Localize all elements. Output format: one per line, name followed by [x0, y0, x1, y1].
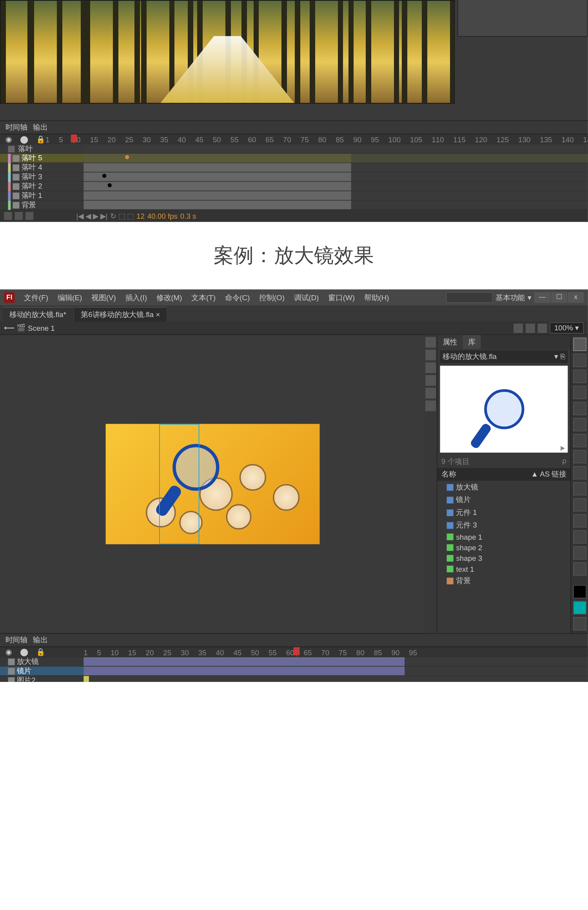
file-tab-1[interactable]: 移动的放大镜.fla* — [3, 307, 73, 322]
workspace-dropdown[interactable]: 基本功能 — [495, 292, 525, 303]
lib-item[interactable]: shape 1 — [437, 531, 570, 542]
selection-tool-icon[interactable] — [573, 338, 586, 351]
rectangle-tool-icon[interactable] — [573, 450, 586, 463]
lib-item[interactable]: 背景 — [437, 574, 570, 587]
search-input[interactable] — [446, 292, 493, 303]
lib-item[interactable]: 元件 3 — [437, 519, 570, 531]
scene-name[interactable]: Scene 1 — [28, 324, 55, 332]
layer-image2[interactable]: 图片2 — [0, 676, 83, 682]
playhead[interactable] — [296, 648, 297, 656]
timeline-layers: 落叶 落叶 5 落叶 4 落叶 3 落叶 2 落叶 1 背景 — [0, 144, 588, 210]
library-panel: 属性 库 移动的放大镜.fla▾ ⎘ ▶ 9 个项目 ρ 名称 ▲ AS 链接 … — [437, 335, 570, 633]
subselection-tool-icon[interactable] — [573, 353, 586, 367]
layer-folder[interactable]: 落叶 — [0, 144, 83, 153]
file-tab-2[interactable]: 第6讲移动的放大镜.fla × — [74, 307, 167, 322]
properties-tab[interactable]: 属性 — [437, 335, 463, 349]
panel-icon-4[interactable] — [425, 375, 436, 386]
fps: 40.00 fps — [147, 212, 178, 220]
hand-tool-icon[interactable] — [573, 546, 586, 560]
panel-icon-1[interactable] — [425, 337, 436, 348]
edit-symbol-icon[interactable] — [526, 323, 535, 333]
pencil-tool-icon[interactable] — [573, 466, 586, 479]
panel-icon-6[interactable] — [425, 401, 436, 411]
maximize-button[interactable]: ☐ — [551, 292, 567, 303]
library-list: 放大镜 镜片 元件 1 元件 3 shape 1 shape 2 shape 3… — [437, 481, 570, 587]
tools-panel — [570, 335, 588, 633]
minimize-button[interactable]: — — [534, 292, 550, 303]
lib-item[interactable]: text 1 — [437, 564, 570, 574]
output-tab[interactable]: 输出 — [33, 636, 48, 644]
lib-item[interactable]: shape 2 — [437, 542, 570, 553]
app-magnifier: Fl 文件(F) 编辑(E) 视图(V) 插入(I) 修改(M) 文本(T) 命… — [0, 290, 588, 682]
layer-leaf2[interactable]: 落叶 2 — [0, 182, 83, 190]
canvas[interactable] — [0, 335, 425, 633]
timeline-header: ◉⬤🔒 151015202530354045505560657075808590… — [0, 134, 588, 144]
new-folder-icon[interactable] — [15, 212, 23, 220]
menu-view[interactable]: 视图(V) — [87, 291, 120, 304]
output-tab[interactable]: 输出 — [33, 123, 48, 131]
fit-icon[interactable] — [537, 323, 547, 333]
library-file-dropdown[interactable]: 移动的放大镜.fla▾ ⎘ — [440, 350, 568, 363]
selection-marquee — [159, 424, 199, 544]
stroke-color-icon[interactable] — [573, 585, 586, 598]
transform-tool-icon[interactable] — [573, 370, 586, 383]
menu-debug[interactable]: 调试(D) — [290, 291, 323, 304]
lib-item[interactable]: shape 3 — [437, 553, 570, 564]
menu-edit[interactable]: 编辑(E) — [54, 291, 86, 304]
layer-leaf5[interactable]: 落叶 5 — [0, 154, 83, 162]
text-tool-icon[interactable] — [573, 418, 586, 431]
autumn-scene-image — [0, 0, 455, 103]
swap-colors-icon[interactable] — [573, 617, 586, 631]
delete-layer-icon[interactable] — [25, 212, 33, 220]
stage-1[interactable] — [0, 0, 588, 120]
layer-leaf1[interactable]: 落叶 1 — [0, 191, 83, 200]
magnifier-scene — [105, 424, 319, 544]
edit-scene-icon[interactable] — [514, 323, 523, 333]
pen-tool-icon[interactable] — [573, 402, 586, 415]
layer-leaf3[interactable]: 落叶 3 — [0, 172, 83, 181]
lib-item[interactable]: 元件 1 — [437, 506, 570, 518]
new-layer-icon[interactable] — [4, 212, 12, 220]
menu-file[interactable]: 文件(F) — [20, 291, 52, 304]
brush-tool-icon[interactable] — [573, 482, 586, 495]
lib-header-link[interactable]: ▲ AS 链接 — [531, 470, 566, 480]
lib-item[interactable]: 镜片 — [437, 493, 570, 506]
elapsed: 0.3 s — [180, 212, 196, 220]
panel-icon-5[interactable] — [425, 388, 436, 398]
eraser-tool-icon[interactable] — [573, 530, 586, 544]
lib-header-name[interactable]: 名称 — [441, 470, 456, 480]
menu-control[interactable]: 控制(O) — [255, 291, 289, 304]
layer-leaf4[interactable]: 落叶 4 — [0, 163, 83, 172]
menu-command[interactable]: 命令(C) — [221, 291, 254, 304]
timeline-tab[interactable]: 时间轴 — [5, 636, 27, 644]
layer-bg[interactable]: 背景 — [0, 201, 83, 209]
fill-color-icon[interactable] — [573, 601, 586, 615]
close-button[interactable]: x — [568, 292, 584, 303]
collapsed-toolbar — [425, 335, 437, 633]
file-tabs: 移动的放大镜.fla* 第6讲移动的放大镜.fla × — [0, 306, 588, 322]
panel-icon-3[interactable] — [425, 363, 436, 373]
line-tool-icon[interactable] — [573, 434, 586, 447]
zoom-dropdown[interactable]: 100% ▾ — [550, 322, 584, 334]
timeline-ruler[interactable]: 1510152025303540455055606570758085909510… — [45, 135, 588, 143]
zoom-tool-icon[interactable] — [573, 562, 586, 576]
lib-item[interactable]: 放大镜 — [437, 481, 570, 493]
panel-icon-2[interactable] — [425, 350, 436, 360]
library-tab[interactable]: 库 — [463, 335, 481, 349]
lasso-tool-icon[interactable] — [573, 386, 586, 399]
timeline-tab[interactable]: 时间轴 — [5, 123, 27, 131]
menu-modify[interactable]: 修改(M) — [152, 291, 186, 304]
menu-text[interactable]: 文本(T) — [187, 291, 220, 304]
playhead[interactable] — [74, 135, 74, 143]
section-title-magnifier: 案例：放大镜效果 — [0, 222, 588, 289]
timeline-ruler[interactable]: 15101520253035404550556065707580859095 — [83, 648, 588, 656]
menu-insert[interactable]: 插入(I) — [121, 291, 151, 304]
paint-bucket-tool-icon[interactable] — [573, 498, 586, 511]
eyedropper-tool-icon[interactable] — [573, 514, 586, 528]
layer-lens[interactable]: 镜片 — [0, 667, 83, 675]
menu-window[interactable]: 窗口(W) — [324, 291, 359, 304]
menubar: Fl 文件(F) 编辑(E) 视图(V) 插入(I) 修改(M) 文本(T) 命… — [0, 290, 588, 306]
menu-help[interactable]: 帮助(H) — [360, 291, 393, 304]
layer-magnifier[interactable]: 放大镜 — [0, 657, 83, 666]
right-panel-placeholder — [457, 0, 588, 37]
